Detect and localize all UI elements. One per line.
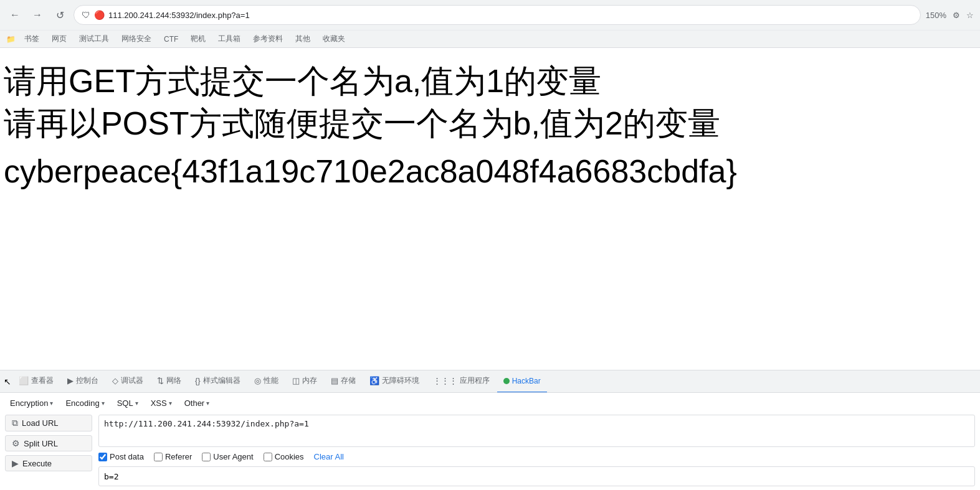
referer-checkbox[interactable] [154,453,163,461]
execute-label: Execute [22,459,52,468]
execute-button[interactable]: ▶ Execute [5,455,92,471]
encryption-menu[interactable]: Encryption ▾ [5,397,58,410]
post-data-input[interactable] [98,466,975,486]
style-icon: {} [195,376,201,385]
cookies-option[interactable]: Cookies [264,452,304,461]
warning-icon: 🔴 [94,10,105,20]
shield-icon: 🛡 [82,10,90,20]
toolbar-right: 150% ⚙ ☆ [926,11,974,20]
encryption-label: Encryption [10,398,48,408]
tab-debugger-label: 调试器 [121,375,143,386]
tab-inspector-label: 查看器 [31,375,54,386]
settings-icon[interactable]: ⚙ [953,11,960,20]
clear-all-button[interactable]: Clear All [314,452,344,461]
bookmark-5[interactable]: CTF [160,34,182,45]
split-url-button[interactable]: ⚙ Split URL [5,435,92,451]
bookmark-3[interactable]: 测试工具 [75,32,113,45]
performance-icon: ◎ [254,376,261,385]
user-agent-label: User Agent [213,452,253,461]
load-url-icon: ⧉ [12,418,18,428]
bookmark-1[interactable]: 书签 [21,32,43,45]
bookmark-4[interactable]: 网络安全 [118,32,155,45]
tab-debugger[interactable]: ◇ 调试器 [106,370,150,393]
tab-style-editor[interactable]: {} 样式编辑器 [189,370,247,393]
hackbar-menu: Encryption ▾ Encoding ▾ SQL ▾ XSS ▾ Othe… [5,397,975,410]
bookmark-10[interactable]: 收藏夹 [319,32,349,45]
memory-icon: ◫ [292,376,300,385]
hackbar-right: Post data Referer User Agent Cookies C [98,415,975,486]
bookmark-2[interactable]: 网页 [48,32,70,45]
tab-application[interactable]: ⋮⋮⋮ 应用程序 [427,370,496,393]
tab-network[interactable]: ⇅ 网络 [151,370,188,393]
other-chevron-icon: ▾ [206,400,209,407]
tab-storage[interactable]: ▤ 存储 [325,370,362,393]
tab-performance-label: 性能 [264,375,278,386]
hackbar-panel: Encryption ▾ Encoding ▾ SQL ▾ XSS ▾ Othe… [0,393,980,490]
zoom-level: 150% [926,11,946,20]
sql-chevron-icon: ▾ [135,400,138,407]
cookies-checkbox[interactable] [264,453,272,461]
bookmark-6[interactable]: 靶机 [187,32,209,45]
post-data-label: Post data [110,452,144,461]
refresh-button[interactable]: ↺ [51,6,69,24]
tab-storage-label: 存储 [341,375,356,386]
post-data-checkbox[interactable] [98,453,107,461]
tab-accessibility[interactable]: ♿ 无障碍环境 [363,370,426,393]
encoding-menu[interactable]: Encoding ▾ [60,397,109,410]
post-data-option[interactable]: Post data [98,452,144,461]
inspector-icon: ⬜ [19,376,29,385]
bookmark-icon[interactable]: ☆ [966,11,974,20]
browser-toolbar: ← → ↺ 🛡 🔴 111.200.241.244:53932/index.ph… [0,0,980,30]
tab-console[interactable]: ▶ 控制台 [61,370,105,393]
hackbar-dot-icon [503,378,510,384]
tab-hackbar[interactable]: HackBar [497,370,547,393]
other-menu[interactable]: Other ▾ [179,397,215,410]
tab-memory[interactable]: ◫ 内存 [286,370,323,393]
tab-accessibility-label: 无障碍环境 [382,375,419,386]
split-url-label: Split URL [24,439,58,448]
referer-label: Referer [165,452,192,461]
bookmark-8[interactable]: 参考资料 [249,32,287,45]
encoding-chevron-icon: ▾ [102,400,105,407]
referer-option[interactable]: Referer [154,452,192,461]
load-url-button[interactable]: ⧉ Load URL [5,415,92,431]
bookmark-7[interactable]: 工具箱 [214,32,244,45]
tab-style-label: 样式编辑器 [203,375,240,386]
sql-label: SQL [117,398,133,408]
tab-network-label: 网络 [166,375,181,386]
instruction-line-2: 请再以POST方式随便提交一个名为b,值为2的变量 [2,103,980,145]
console-icon: ▶ [67,376,74,385]
user-agent-option[interactable]: User Agent [202,452,253,461]
back-button[interactable]: ← [6,6,24,24]
bookmark-9[interactable]: 其他 [292,32,314,45]
tab-console-label: 控制台 [76,375,98,386]
storage-icon: ▤ [331,376,338,385]
debugger-icon: ◇ [112,376,118,385]
url-path: 53932/index.php?a=1 [171,11,249,20]
xss-label: XSS [151,398,167,408]
tab-application-label: 应用程序 [460,375,490,386]
hackbar-options: Post data Referer User Agent Cookies C [98,452,975,461]
devtools-panel: ↖ ⬜ 查看器 ▶ 控制台 ◇ 调试器 ⇅ 网络 {} 样式编辑器 ◎ 性能 ◫… [0,370,980,490]
tab-memory-label: 内存 [302,375,317,386]
hackbar-actions: ⧉ Load URL ⚙ Split URL ▶ Execute [5,415,92,471]
cursor-icon: ↖ [4,377,11,387]
xss-menu[interactable]: XSS ▾ [146,397,177,410]
load-url-label: Load URL [22,418,59,428]
user-agent-checkbox[interactable] [202,453,211,461]
cookies-label: Cookies [275,452,304,461]
browser-chrome: ← → ↺ 🛡 🔴 111.200.241.244:53932/index.ph… [0,0,980,48]
url-input[interactable] [98,415,975,447]
url-display[interactable]: 111.200.241.244:53932/index.php?a=1 [108,11,250,20]
bookmarks-bar: 📁 书签 网页 测试工具 网络安全 CTF 靶机 工具箱 参考资料 其他 收藏夹 [0,30,980,47]
network-icon: ⇅ [157,376,164,385]
execute-icon: ▶ [12,458,19,468]
url-host: 111.200.241.244: [108,11,171,20]
flag-text: cyberpeace{43f1a19c710e2ac8a048f4a6683cb… [2,151,980,193]
tab-inspector[interactable]: ⬜ 查看器 [12,370,60,393]
sql-menu[interactable]: SQL ▾ [112,397,143,410]
tab-performance[interactable]: ◎ 性能 [248,370,285,393]
forward-button[interactable]: → [29,6,46,24]
split-url-icon: ⚙ [12,438,20,448]
tab-hackbar-label: HackBar [512,377,541,385]
